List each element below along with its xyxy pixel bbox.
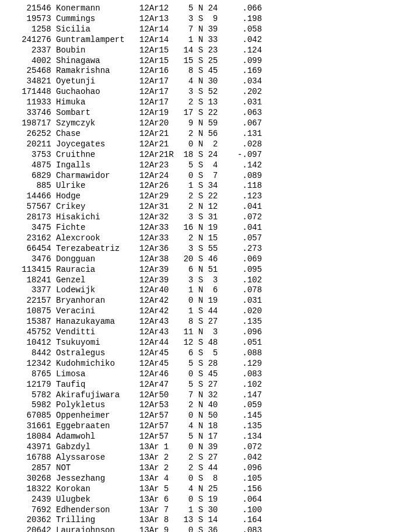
table-row: 11933 Himuka 12Ar17 2 S 13 .031 — [7, 97, 398, 108]
table-row: 198717 Szymczyk 12Ar20 9 N 59 .067 — [7, 118, 398, 129]
table-row: 18322 Korokan 13Ar 5 4 N 25 .156 — [7, 484, 398, 495]
table-row: 14466 Hodge 12Ar29 2 S 22 .123 — [7, 191, 398, 202]
table-row: 8765 Limosa 12Ar46 0 S 45 .083 — [7, 369, 398, 380]
table-row: 22157 Bryanhoran 12Ar42 0 N 19 .031 — [7, 296, 398, 306]
table-row: 19573 Cummings 12Ar13 3 S 9 .198 — [7, 14, 398, 24]
table-row: 23162 Alexcrook 12Ar33 2 N 15 .057 — [7, 233, 398, 244]
table-row: 10875 Veracini 12Ar42 1 S 44 .020 — [7, 306, 398, 317]
table-row: 3476 Dongguan 12Ar38 20 S 46 .069 — [7, 254, 398, 265]
table-row: 4875 Ingalls 12Ar23 5 S 4 .142 — [7, 160, 398, 171]
table-row: 66454 Terezabeatriz 12Ar36 3 S 55 .273 — [7, 244, 398, 254]
table-row: 33746 Sombart 12Ar19 17 S 22 .063 — [7, 108, 398, 118]
table-row: 2337 Boubin 12Ar15 14 S 23 .124 — [7, 46, 398, 56]
table-row: 3377 Lodewijk 12Ar40 1 N 6 .078 — [7, 285, 398, 296]
table-row: 12342 Kudohmichiko 12Ar45 5 S 28 .129 — [7, 359, 398, 369]
table-row: 241276 Guntramlampert 12Ar14 1 N 33 .042 — [7, 35, 398, 46]
table-row: 4002 Shinagawa 12Ar15 15 S 25 .099 — [7, 56, 398, 66]
table-row: 6829 Charmawidor 12Ar24 0 S 7 .089 — [7, 171, 398, 181]
table-row: 5982 Polykletus 12Ar53 2 N 40 .059 — [7, 400, 398, 411]
table-row: 34821 Oyetunji 12Ar17 4 N 30 .034 — [7, 76, 398, 87]
table-row: 5782 Akirafujiwara 12Ar50 7 N 32 .147 — [7, 390, 398, 401]
table-row: 113415 Rauracia 12Ar39 6 N 51 .095 — [7, 265, 398, 275]
table-row: 30268 Jessezhang 13Ar 4 0 S 8 .105 — [7, 474, 398, 484]
table-row: 18084 Adamwohl 12Ar57 5 N 17 .134 — [7, 432, 398, 442]
table-row: 45752 Venditti 12Ar43 11 N 3 .096 — [7, 327, 398, 338]
table-row: 28173 Hisakichi 12Ar32 3 S 31 .072 — [7, 212, 398, 223]
table-row: 18241 Genzel 12Ar39 3 S 3 .102 — [7, 275, 398, 286]
table-row: 16788 Alyssarose 13Ar 2 2 S 27 .042 — [7, 453, 398, 463]
table-row: 7692 Edhenderson 13Ar 7 1 S 30 .100 — [7, 505, 398, 516]
table-row: 3475 Fichte 12Ar33 16 N 19 .041 — [7, 223, 398, 233]
table-row: 15387 Hanazukayama 12Ar43 8 S 27 .135 — [7, 317, 398, 327]
table-row: 20362 Trilling 13Ar 8 13 S 14 .164 — [7, 515, 398, 526]
table-row: 25468 Ramakrishna 12Ar16 8 S 45 .169 — [7, 66, 398, 76]
table-row: 2439 Ulugbek 13Ar 6 0 S 19 .064 — [7, 495, 398, 505]
table-row: 12179 Taufiq 12Ar47 5 S 27 .102 — [7, 380, 398, 390]
data-table: 21546 Konermann 12Ar12 5 N 24 .066 19573… — [0, 0, 405, 532]
table-row: 885 Ulrike 12Ar26 1 S 34 .118 — [7, 181, 398, 191]
table-row: 31661 Eggebraaten 12Ar57 4 N 18 .135 — [7, 421, 398, 432]
table-row: 3753 Cruithne 12Ar21R 18 S 24 -.097 — [7, 150, 398, 160]
table-row: 171448 Guchaohao 12Ar17 3 S 52 .202 — [7, 87, 398, 97]
table-row: 43971 Gabzdyl 13Ar 1 0 N 39 .072 — [7, 442, 398, 453]
table-row: 2857 NOT 13Ar 2 2 S 44 .096 — [7, 463, 398, 474]
table-row: 21546 Konermann 12Ar12 5 N 24 .066 — [7, 4, 398, 14]
table-row: 57567 Crikey 12Ar31 2 N 12 .041 — [7, 202, 398, 212]
table-row: 1258 Sicilia 12Ar14 7 N 39 .058 — [7, 24, 398, 35]
table-row: 67085 Oppenheimer 12Ar57 0 N 50 .145 — [7, 411, 398, 421]
table-row: 10412 Tsukuyomi 12Ar44 12 S 48 .051 — [7, 338, 398, 348]
table-row: 20211 Joycegates 12Ar21 0 N 2 .028 — [7, 139, 398, 150]
table-row: 8442 Ostralegus 12Ar45 6 S 5 .088 — [7, 348, 398, 359]
table-row: 26252 Chase 12Ar21 2 N 56 .131 — [7, 129, 398, 139]
table-row: 20642 Laurajohnson 13Ar 9 0 S 36 .083 — [7, 526, 398, 532]
